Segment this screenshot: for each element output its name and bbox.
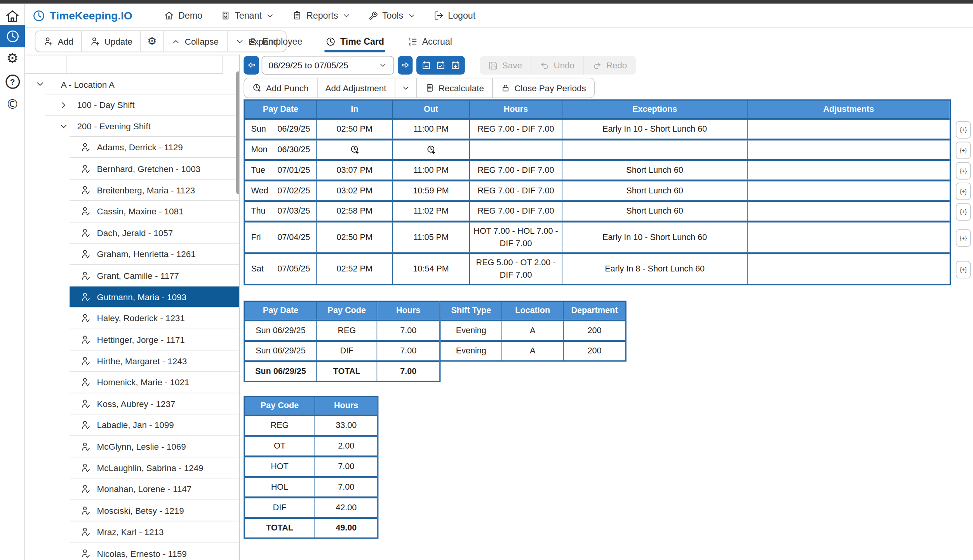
day-detail-row[interactable]: EveningA200 bbox=[440, 319, 625, 340]
row-adjustment-add-button[interactable]: {+} bbox=[956, 261, 971, 278]
row-adjustment-add-button[interactable]: {+} bbox=[956, 183, 971, 200]
out-cell[interactable]: 11:00 PM bbox=[393, 120, 470, 139]
tree-node-employee[interactable]: Gutmann, Maria - 1093 bbox=[70, 286, 239, 308]
hours-cell[interactable] bbox=[470, 141, 562, 159]
tree-node-employee[interactable]: Labadie, Jan - 1099 bbox=[70, 414, 239, 436]
hours-cell[interactable]: HOT 7.00 - HOL 7.00 - DIF 7.00 bbox=[470, 223, 562, 252]
undo-button[interactable]: Undo bbox=[531, 56, 584, 75]
hours-cell[interactable]: REG 7.00 - DIF 7.00 bbox=[470, 120, 562, 139]
day-detail-row[interactable]: HOT7.00 bbox=[245, 456, 377, 476]
tree-node-employee[interactable]: Adams, Derrick - 1129 bbox=[70, 137, 239, 158]
tree-node-employee[interactable]: Grant, Camille - 1177 bbox=[70, 265, 239, 286]
nav-item-tools[interactable]: Tools bbox=[369, 10, 416, 21]
rail-copyright-button[interactable]: © bbox=[0, 94, 25, 115]
tab-time-card[interactable]: Time Card bbox=[326, 37, 384, 47]
adjustments-cell[interactable] bbox=[748, 161, 950, 179]
day-detail-total-row[interactable]: Sun 06/29/25TOTAL7.00 bbox=[245, 360, 439, 381]
tree-node-employee[interactable]: Hirthe, Margaret - 1243 bbox=[70, 350, 239, 372]
exceptions-cell[interactable] bbox=[562, 141, 748, 159]
tree-node-employee[interactable]: Monahan, Lorene - 1147 bbox=[70, 478, 239, 500]
rail-settings-button[interactable]: ⚙ bbox=[0, 48, 25, 69]
hours-cell[interactable]: REG 7.00 - DIF 7.00 bbox=[470, 181, 562, 200]
chevron-right-icon[interactable] bbox=[59, 100, 68, 110]
tree-node-employee[interactable]: Dach, Jerald - 1057 bbox=[70, 222, 239, 243]
chevron-down-icon[interactable] bbox=[35, 80, 45, 89]
tab-employee[interactable]: Employee bbox=[248, 37, 302, 47]
hours-cell[interactable]: REG 7.00 - DIF 7.00 bbox=[470, 202, 562, 221]
rail-home-button[interactable] bbox=[0, 5, 25, 26]
tree-node-employee[interactable]: McLaughlin, Sabrina - 1249 bbox=[70, 457, 239, 478]
out-cell[interactable]: 11:00 PM bbox=[393, 161, 470, 179]
exceptions-cell[interactable]: Short Lunch 60 bbox=[562, 161, 748, 179]
day-detail-row[interactable]: Sun 06/29/25REG7.00 bbox=[245, 319, 439, 340]
hours-cell[interactable]: REG 7.00 - DIF 7.00 bbox=[470, 161, 562, 179]
row-adjustment-add-button[interactable]: {+} bbox=[956, 203, 971, 221]
adjustments-cell[interactable] bbox=[748, 120, 950, 139]
day-detail-row[interactable]: REG33.00 bbox=[245, 414, 377, 435]
rail-help-button[interactable]: ? bbox=[0, 71, 25, 92]
tree-node-employee[interactable]: Nicolas, Ernesto - 1159 bbox=[70, 543, 239, 560]
pay-period-select[interactable]: 06/29/25 to 07/05/25 bbox=[262, 56, 394, 75]
pay-date-cell[interactable]: Mon06/30/25 bbox=[245, 141, 317, 159]
tree-node-employee[interactable]: Bernhard, Gretchen - 1003 bbox=[70, 158, 239, 179]
row-adjustment-add-button[interactable]: {+} bbox=[956, 142, 971, 159]
hours-cell[interactable]: REG 5.00 - OT 2.00 - DIF 7.00 bbox=[470, 254, 562, 284]
pay-date-cell[interactable]: Sun06/29/25 bbox=[245, 120, 317, 139]
pay-date-cell[interactable]: Sat07/05/25 bbox=[245, 254, 317, 284]
pay-date-cell[interactable]: Thu07/03/25 bbox=[245, 202, 317, 221]
tree-node-employee[interactable]: McGlynn, Leslie - 1069 bbox=[70, 436, 239, 457]
next-period-button[interactable] bbox=[398, 56, 413, 75]
nav-item-reports[interactable]: Reports bbox=[292, 10, 350, 21]
save-button[interactable]: Save bbox=[480, 56, 531, 75]
tree-settings-button[interactable]: ⚙ bbox=[141, 31, 164, 52]
out-cell[interactable]: 11:02 PM bbox=[393, 202, 470, 221]
update-button[interactable]: Update bbox=[82, 31, 141, 52]
add-punch-button[interactable]: Add Punch bbox=[244, 78, 317, 98]
collapse-button[interactable]: Collapse bbox=[164, 31, 227, 52]
row-adjustment-add-button[interactable]: {+} bbox=[956, 229, 971, 247]
timecard-row[interactable]: Fri07/04/2502:50 PM11:05 PMHOT 7.00 - HO… bbox=[245, 221, 949, 252]
exceptions-cell[interactable]: Short Lunch 60 bbox=[562, 202, 748, 221]
row-adjustment-add-button[interactable]: {+} bbox=[956, 121, 971, 139]
tree-node-employee[interactable]: Mosciski, Betsy - 1219 bbox=[70, 500, 239, 521]
timecard-row[interactable]: Thu07/03/2502:58 PM11:02 PMREG 7.00 - DI… bbox=[245, 200, 949, 221]
in-cell[interactable]: 03:02 PM bbox=[317, 181, 393, 200]
calendar-minus-icon[interactable] bbox=[421, 60, 431, 70]
day-detail-row[interactable]: EveningA200 bbox=[440, 340, 625, 360]
tree-node-employee[interactable]: Koss, Aubrey - 1237 bbox=[70, 393, 239, 414]
add-button[interactable]: Add bbox=[35, 31, 82, 52]
out-cell[interactable]: 10:59 PM bbox=[393, 181, 470, 200]
pay-date-cell[interactable]: Wed07/02/25 bbox=[245, 181, 317, 200]
tree-node-employee[interactable]: Cassin, Maxine - 1081 bbox=[70, 201, 239, 222]
day-detail-total-row[interactable]: TOTAL49.00 bbox=[245, 517, 377, 537]
tree-node-employee[interactable]: Breitenberg, Maria - 1123 bbox=[70, 179, 239, 201]
pay-date-cell[interactable]: Fri07/04/25 bbox=[245, 223, 317, 252]
out-cell[interactable]: 10:54 PM bbox=[393, 254, 470, 284]
recalculate-button[interactable]: Recalculate bbox=[417, 78, 493, 98]
calendar-check-icon[interactable] bbox=[436, 60, 446, 70]
in-cell[interactable]: 02:58 PM bbox=[317, 202, 393, 221]
adjustments-cell[interactable] bbox=[748, 223, 950, 252]
adjustments-cell[interactable] bbox=[748, 181, 950, 200]
in-cell[interactable]: 03:07 PM bbox=[317, 161, 393, 179]
exceptions-cell[interactable]: Short Lunch 60 bbox=[562, 181, 748, 200]
tree-node-employee[interactable]: Mraz, Karl - 1213 bbox=[70, 521, 239, 543]
day-detail-row[interactable]: HOL7.00 bbox=[245, 476, 377, 497]
tree-node-employee[interactable]: Homenick, Marie - 1021 bbox=[70, 372, 239, 393]
tab-accrual[interactable]: 12 Accrual bbox=[408, 37, 452, 47]
tree-node-evening-shift[interactable]: 200 - Evening Shift bbox=[25, 116, 239, 137]
app-brand[interactable]: TimeKeeping.IO bbox=[32, 9, 132, 22]
timecard-row[interactable]: Sun06/29/2502:50 PM11:00 PMREG 7.00 - DI… bbox=[245, 118, 949, 139]
timecard-row[interactable]: Wed07/02/2503:02 PM10:59 PMREG 7.00 - DI… bbox=[245, 179, 949, 200]
scrollbar-thumb[interactable] bbox=[236, 71, 240, 194]
row-adjustment-add-button[interactable]: {+} bbox=[956, 162, 971, 180]
out-cell[interactable] bbox=[393, 141, 470, 159]
adjustments-cell[interactable] bbox=[748, 254, 950, 284]
tree-node-employee[interactable]: Graham, Henrietta - 1261 bbox=[70, 243, 239, 265]
prev-period-button[interactable] bbox=[244, 56, 259, 75]
timecard-row[interactable]: Mon06/30/25 bbox=[245, 139, 949, 159]
in-cell[interactable]: 02:50 PM bbox=[317, 223, 393, 252]
redo-button[interactable]: Redo bbox=[584, 56, 636, 75]
nav-item-tenant[interactable]: Tenant bbox=[220, 10, 274, 21]
tree-node-day-shift[interactable]: 100 - Day Shift bbox=[25, 94, 239, 115]
